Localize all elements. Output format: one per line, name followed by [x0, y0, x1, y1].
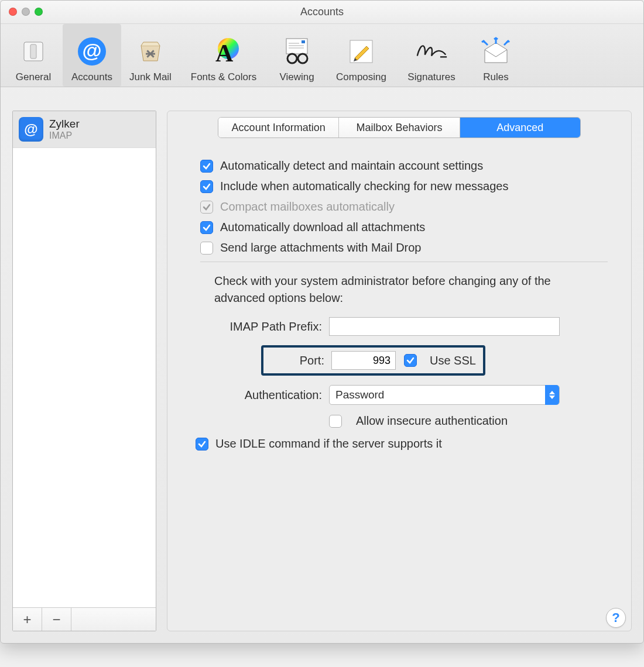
svg-point-15 — [298, 54, 307, 63]
port-input[interactable] — [331, 351, 396, 370]
port-label: Port: — [267, 354, 331, 367]
port-ssl-highlight: Port: Use SSL — [261, 345, 485, 376]
signatures-icon — [415, 35, 448, 68]
use-idle-row: Use IDLE command if the server supports … — [196, 437, 608, 451]
toolbar-item-signatures[interactable]: Signatures — [396, 24, 467, 87]
select-arrows-icon — [545, 385, 559, 405]
rules-icon — [479, 35, 512, 68]
fonts-colors-icon: A — [207, 35, 240, 68]
at-sign-icon: @ — [19, 117, 43, 142]
titlebar: Accounts — [1, 1, 643, 24]
toolbar-label: Viewing — [279, 71, 314, 83]
sidebar-footer: + − — [13, 607, 156, 631]
svg-rect-1 — [30, 44, 36, 59]
mail-drop-checkbox[interactable] — [200, 242, 213, 255]
toolbar-item-composing[interactable]: Composing — [326, 24, 396, 87]
mail-drop-label: Send large attachments with Mail Drop — [220, 241, 422, 255]
prefs-toolbar: General @ Accounts Junk Ma — [1, 24, 643, 87]
toolbar-label: Signatures — [407, 71, 455, 83]
toolbar-item-fonts-colors[interactable]: A Fonts & Colors — [180, 24, 268, 87]
toolbar-item-accounts[interactable]: @ Accounts — [63, 24, 121, 87]
allow-insecure-label: Allow insecure authentication — [356, 414, 508, 428]
help-button-container: ? — [606, 608, 626, 628]
svg-text:A: A — [215, 40, 234, 66]
use-idle-label: Use IDLE command if the server supports … — [215, 437, 442, 451]
preferences-window: Accounts General @ Accounts — [0, 0, 644, 644]
toolbar-label: Fonts & Colors — [191, 71, 256, 83]
authentication-row: Authentication: Password — [200, 385, 608, 405]
tab-account-information[interactable]: Account Information — [218, 118, 339, 137]
sidebar-footer-spacer — [71, 608, 156, 631]
include-check-row: Include when automatically checking for … — [200, 180, 608, 193]
toolbar-item-rules[interactable]: Rules — [467, 24, 525, 87]
authentication-select[interactable]: Password — [329, 385, 560, 405]
account-protocol: IMAP — [49, 130, 80, 141]
accounts-sidebar: @ Zylker IMAP + − — [12, 111, 156, 631]
auto-detect-label: Automatically detect and maintain accoun… — [220, 159, 483, 173]
auto-download-label: Automatically download all attachments — [220, 221, 425, 234]
account-panel: Account Information Mailbox Behaviors Ad… — [167, 111, 632, 631]
help-button[interactable]: ? — [606, 608, 626, 628]
svg-text:@: @ — [24, 121, 37, 137]
viewing-icon — [280, 35, 313, 68]
svg-rect-10 — [302, 40, 305, 43]
allow-insecure-checkbox[interactable] — [329, 415, 342, 428]
include-check-label: Include when automatically checking for … — [220, 180, 508, 193]
toolbar-item-junk[interactable]: Junk Mail — [121, 24, 180, 87]
auto-download-checkbox[interactable] — [200, 221, 213, 234]
toolbar-label: Composing — [336, 71, 386, 83]
tab-advanced[interactable]: Advanced — [460, 118, 580, 137]
auto-detect-row: Automatically detect and maintain accoun… — [200, 159, 608, 173]
auto-detect-checkbox[interactable] — [200, 160, 213, 173]
toolbar-label: Rules — [483, 71, 508, 83]
toolbar-item-viewing[interactable]: Viewing — [268, 24, 326, 87]
composing-icon — [345, 35, 378, 68]
advanced-instruction: Check with your system administrator bef… — [214, 273, 577, 307]
imap-prefix-row: IMAP Path Prefix: — [200, 317, 608, 336]
compact-label: Compact mailboxes automatically — [220, 200, 395, 214]
account-name: Zylker — [49, 118, 80, 130]
advanced-options: Automatically detect and maintain accoun… — [167, 138, 631, 463]
compact-checkbox — [200, 201, 213, 214]
imap-prefix-input[interactable] — [329, 317, 560, 336]
compact-row: Compact mailboxes automatically — [200, 200, 608, 214]
mail-drop-row: Send large attachments with Mail Drop — [200, 241, 608, 255]
window-title: Accounts — [1, 6, 643, 18]
add-account-button[interactable]: + — [13, 608, 42, 631]
toolbar-label: General — [16, 71, 51, 83]
use-idle-checkbox[interactable] — [196, 438, 208, 451]
svg-point-14 — [287, 54, 297, 63]
accounts-at-icon: @ — [76, 35, 108, 68]
general-icon — [17, 35, 50, 68]
content-area: @ Zylker IMAP + − Account Information Ma… — [1, 99, 643, 643]
toolbar-item-general[interactable]: General — [4, 24, 63, 87]
junk-icon — [134, 35, 167, 68]
close-window-button[interactable] — [9, 8, 17, 16]
account-tabs: Account Information Mailbox Behaviors Ad… — [218, 117, 581, 138]
remove-account-button[interactable]: − — [42, 608, 71, 631]
imap-prefix-label: IMAP Path Prefix: — [200, 320, 329, 334]
tab-mailbox-behaviors[interactable]: Mailbox Behaviors — [339, 118, 460, 137]
authentication-value: Password — [335, 388, 384, 401]
account-row[interactable]: @ Zylker IMAP — [13, 111, 156, 148]
accounts-list: @ Zylker IMAP — [13, 111, 156, 607]
divider — [200, 262, 608, 262]
include-check-checkbox[interactable] — [200, 180, 213, 193]
allow-insecure-row: Allow insecure authentication — [200, 414, 608, 428]
traffic-lights — [9, 8, 43, 16]
toolbar-label: Accounts — [71, 71, 112, 83]
toolbar-label: Junk Mail — [129, 71, 172, 83]
svg-text:@: @ — [82, 39, 101, 61]
use-ssl-label: Use SSL — [430, 354, 476, 367]
use-ssl-checkbox[interactable] — [404, 354, 417, 367]
minimize-window-button[interactable] — [22, 8, 30, 16]
zoom-window-button[interactable] — [35, 8, 43, 16]
auto-download-row: Automatically download all attachments — [200, 221, 608, 234]
authentication-label: Authentication: — [200, 388, 329, 402]
